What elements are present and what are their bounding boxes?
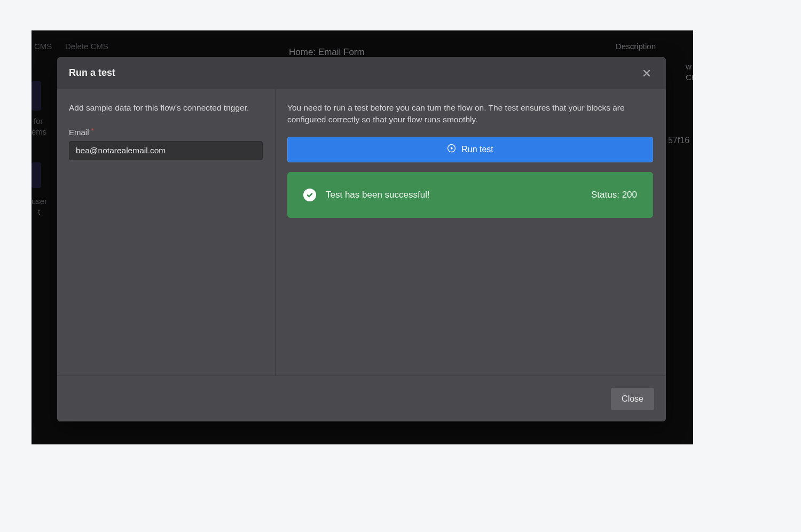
svg-marker-1 xyxy=(451,147,453,150)
email-input[interactable] xyxy=(69,141,263,160)
status-code: Status: 200 xyxy=(591,190,637,200)
email-label-text: Email xyxy=(69,128,89,137)
run-test-button[interactable]: Run test xyxy=(287,137,653,162)
modal-body: Add sample data for this flow's connecte… xyxy=(57,89,666,375)
check-circle-icon xyxy=(303,189,316,201)
left-intro: Add sample data for this flow's connecte… xyxy=(69,102,263,114)
right-pane: You need to run a test before you can tu… xyxy=(276,89,666,375)
app-window: CMS Delete CMS Home: Email Form Descript… xyxy=(32,30,693,444)
close-icon[interactable] xyxy=(639,66,654,81)
run-test-modal: Run a test Add sample data for this flow… xyxy=(57,57,666,421)
email-label: Email * xyxy=(69,128,263,137)
left-pane: Add sample data for this flow's connecte… xyxy=(57,89,276,375)
status-message: Test has been successful! xyxy=(326,190,591,200)
modal-title: Run a test xyxy=(69,67,115,79)
modal-footer: Close xyxy=(57,375,666,421)
status-banner: Test has been successful! Status: 200 xyxy=(287,172,653,218)
play-circle-icon xyxy=(447,144,456,155)
run-test-label: Run test xyxy=(461,145,493,154)
close-button[interactable]: Close xyxy=(611,388,654,410)
right-note: You need to run a test before you can tu… xyxy=(287,102,640,126)
required-asterisk: * xyxy=(91,127,94,135)
modal-header: Run a test xyxy=(57,57,666,89)
